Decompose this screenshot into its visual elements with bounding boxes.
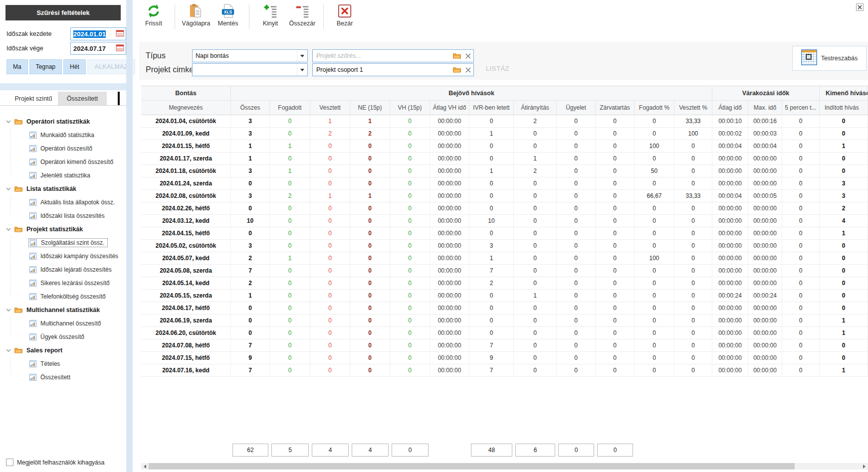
tab-splitter-handle[interactable] xyxy=(118,92,120,106)
tree-folder[interactable]: Lista statisztikák xyxy=(0,182,126,195)
project-label-dropdown[interactable] xyxy=(192,63,308,76)
list-button[interactable]: LISTÁZ xyxy=(486,65,509,72)
tab-osszesitett[interactable]: Összesített xyxy=(58,92,107,106)
table-row[interactable]: 2024.01.15, hétfő1100000:00:000000100000… xyxy=(141,140,868,153)
calendar-icon[interactable] xyxy=(116,44,124,53)
table-row[interactable]: 2024.06.20, csütörtök0000000:00:00000000… xyxy=(141,327,868,339)
table-row[interactable]: 2024.07.16, kedd7000000:00:0070000000:00… xyxy=(141,364,868,377)
tree-item[interactable]: Időszaki lejárati összesítés xyxy=(0,263,126,276)
period-end-input[interactable]: 2024.07.17 xyxy=(70,42,126,55)
table-row[interactable]: 2024.05.15, szerda1000000:00:0001000000:… xyxy=(141,290,868,302)
column-header[interactable]: VH (15p) xyxy=(390,100,430,115)
week-button[interactable]: Hét xyxy=(63,59,86,74)
összezár-button[interactable]: Összezár xyxy=(286,3,318,27)
column-header[interactable]: Átlag idő xyxy=(712,100,748,115)
clear-x-icon[interactable] xyxy=(462,50,473,62)
tree-item[interactable]: Jelenléti statisztika xyxy=(0,168,126,182)
table-row[interactable]: 2024.05.02, csütörtök3000000:00:00300000… xyxy=(141,240,868,252)
tree-item[interactable]: Időszaki kampány összesítés xyxy=(0,249,126,263)
table-row[interactable]: 2024.01.09, kedd3022000:00:001000010000:… xyxy=(141,128,868,140)
column-header[interactable]: Vesztett xyxy=(310,100,350,115)
column-header[interactable]: Fogadott xyxy=(270,100,310,115)
tree-item[interactable]: Aktuális lista állapotok össz. xyxy=(0,195,126,209)
tree-item[interactable]: Operátori összesítő xyxy=(0,142,126,155)
column-header[interactable]: 5 percen t... xyxy=(782,100,820,115)
tab-projekt-szintu[interactable]: Projekt szintű xyxy=(9,92,58,106)
horizontal-scrollbar[interactable] xyxy=(141,463,868,470)
table-row[interactable]: 2024.02.26, hétfő0000000:00:0000000000:0… xyxy=(141,202,868,215)
data-cell: 0 xyxy=(390,339,430,352)
yesterday-button[interactable]: Tegnap xyxy=(29,59,62,74)
scroll-left-arrow-icon[interactable] xyxy=(141,463,149,470)
tree-folder[interactable]: Operátori statisztikák xyxy=(0,115,126,128)
column-header[interactable]: Ügyelet xyxy=(557,100,596,115)
table-row[interactable]: 2024.01.04, csütörtök3011000:00:00020003… xyxy=(141,115,868,128)
table-row[interactable]: 2024.02.08, csütörtök3211000:00:00000066… xyxy=(141,190,868,202)
tree-folder[interactable]: Projekt statisztikák xyxy=(0,222,126,236)
period-start-input[interactable]: 2024.01.01 xyxy=(70,27,126,40)
tree-item[interactable]: Tételes xyxy=(0,357,126,370)
table-row[interactable]: 2024.07.15, hétfő9000000:00:0090000000:0… xyxy=(141,352,868,364)
bezár-button[interactable]: Bezár xyxy=(329,3,361,27)
tree-item[interactable]: Összesített xyxy=(0,370,126,384)
table-row[interactable]: 2024.06.19, szerda0000000:00:0000000000:… xyxy=(141,315,868,327)
panel-splitter[interactable] xyxy=(126,0,133,472)
chevron-down-icon[interactable] xyxy=(297,64,307,76)
table-row[interactable]: 2024.01.17, szerda1000000:00:0001000000:… xyxy=(141,153,868,165)
window-close-icon[interactable] xyxy=(856,3,864,13)
table-row[interactable]: 2024.05.08, szerda7000000:00:0070000000:… xyxy=(141,265,868,277)
folder-icon[interactable] xyxy=(451,50,462,62)
frissít-button[interactable]: Frissít xyxy=(138,3,170,27)
vágólapra-button[interactable]: Vágólapra xyxy=(180,3,212,27)
tree-item[interactable]: Ügyek összesítő xyxy=(0,330,126,343)
chevron-down-icon[interactable] xyxy=(6,309,11,312)
mentés-button[interactable]: XLSMentés xyxy=(212,3,244,27)
column-header[interactable]: Vesztett % xyxy=(674,100,712,115)
chevron-down-icon[interactable] xyxy=(6,349,11,352)
chevron-down-icon[interactable] xyxy=(297,50,307,62)
table-row[interactable]: 2024.05.07, kedd2100000:00:001000100000:… xyxy=(141,252,868,265)
column-header[interactable]: Átlag VH idő xyxy=(430,100,469,115)
column-header[interactable]: NE (15p) xyxy=(350,100,390,115)
tree-item[interactable]: Időszaki lista összesítés xyxy=(0,209,126,222)
calendar-icon[interactable] xyxy=(116,29,124,38)
column-header[interactable]: Zárvatartás xyxy=(596,100,635,115)
project-filter-input[interactable]: Projekt szűrés... xyxy=(312,49,474,62)
table-row[interactable]: 2024.01.24, szerda0000000:00:0000000000:… xyxy=(141,177,868,190)
tree-item[interactable]: Multichannel összesítő xyxy=(0,316,126,330)
tree-item[interactable]: Sikeres lezárási összesítő xyxy=(0,276,126,290)
folder-icon[interactable] xyxy=(451,64,462,76)
customize-button[interactable]: Testreszabás xyxy=(792,46,867,71)
chevron-down-icon[interactable] xyxy=(6,120,11,123)
scroll-right-arrow-icon[interactable] xyxy=(861,463,868,470)
tree-item[interactable]: Telefonköltség összesítő xyxy=(0,290,126,303)
kinyit-button[interactable]: Kinyit xyxy=(254,3,286,27)
tree-folder[interactable]: Multichannel statisztikák xyxy=(0,303,126,316)
column-header[interactable]: Átirányítás xyxy=(514,100,557,115)
table-row[interactable]: 2024.03.12, kedd10000000:00:00100000000:… xyxy=(141,215,868,227)
data-cell: 0 xyxy=(820,153,868,165)
table-row[interactable]: 2024.07.08, hétfő7000000:00:0070000000:0… xyxy=(141,339,868,352)
column-header[interactable]: Összes xyxy=(231,100,270,115)
tree-item[interactable]: Munkaidő statisztika xyxy=(0,128,126,142)
column-header[interactable]: Max. idő xyxy=(748,100,782,115)
tree-folder[interactable]: Sales report xyxy=(0,343,126,357)
column-header[interactable]: Indított hívás xyxy=(820,100,868,115)
column-header[interactable]: Fogadott % xyxy=(635,100,674,115)
today-button[interactable]: Ma xyxy=(6,59,28,74)
project-group-input[interactable]: Projekt csoport 1 xyxy=(312,63,474,76)
type-dropdown[interactable]: Napi bontás xyxy=(192,49,308,62)
table-row[interactable]: 2024.04.15, hétfő0000000:00:0000000000:0… xyxy=(141,227,868,240)
table-row[interactable]: 2024.06.17, hétfő0000000:00:0000000000:0… xyxy=(141,302,868,315)
tree-item[interactable]: Szolgáltatási szint össz. xyxy=(0,236,126,249)
column-header[interactable]: IVR-ben letett xyxy=(469,100,514,115)
scrollbar-thumb[interactable] xyxy=(149,463,795,470)
table-row[interactable]: 2024.01.18, csütörtök3100000:00:00120050… xyxy=(141,165,868,177)
column-header[interactable]: Megnevezés xyxy=(141,100,231,115)
chevron-down-icon[interactable] xyxy=(6,187,11,190)
exclude-users-checkbox[interactable] xyxy=(6,459,13,466)
table-row[interactable]: 2024.05.14, kedd2000000:00:0020000000:00… xyxy=(141,277,868,290)
tree-item[interactable]: Operátori kimenő összesítő xyxy=(0,155,126,168)
clear-x-icon[interactable] xyxy=(462,64,473,76)
chevron-down-icon[interactable] xyxy=(6,228,11,231)
